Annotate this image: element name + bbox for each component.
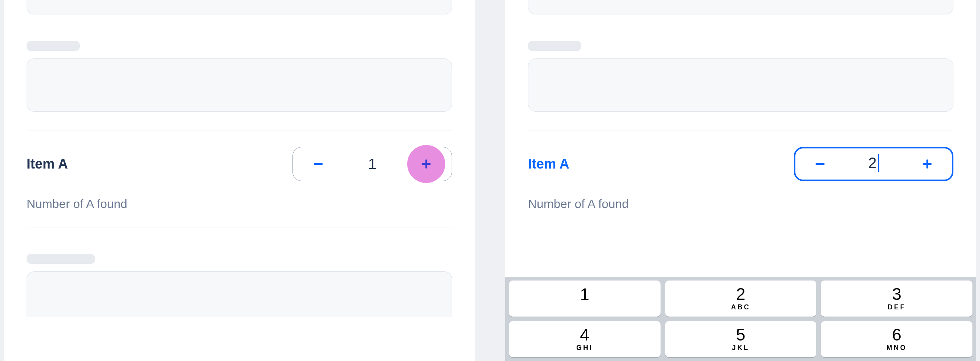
skeleton-textarea <box>27 59 452 112</box>
skeleton-input-top <box>528 0 953 14</box>
key-digit: 3 <box>892 286 901 302</box>
quantity-stepper[interactable]: 1 <box>293 147 452 181</box>
plus-icon <box>419 157 433 171</box>
increment-button[interactable] <box>413 151 439 177</box>
key-letters: GHI <box>576 344 593 352</box>
keypad-key-2[interactable]: 2 ABC <box>665 280 817 317</box>
skeleton-input-top <box>27 0 452 14</box>
svg-rect-3 <box>816 163 825 165</box>
key-digit: 1 <box>580 286 589 303</box>
item-subtext: Number of A found <box>27 197 452 211</box>
screen-left: Item A 1 <box>4 0 475 361</box>
key-digit: 4 <box>580 326 589 343</box>
item-label: Item A <box>27 156 68 172</box>
item-row: Item A 2 <box>528 131 953 181</box>
numeric-keypad: 1 2 ABC 3 DEF 4 GHI 5 JKL 6 MNO <box>505 277 976 361</box>
skeleton-textarea <box>27 271 452 317</box>
keypad-key-1[interactable]: 1 <box>509 280 660 317</box>
keypad-key-5[interactable]: 5 JKL <box>665 321 817 357</box>
minus-icon <box>813 157 827 171</box>
quantity-stepper[interactable]: 2 <box>794 147 953 181</box>
stepper-value-text: 2 <box>868 155 876 171</box>
stepper-value[interactable]: 2 <box>834 155 914 173</box>
key-letters: ABC <box>731 303 750 311</box>
key-letters: DEF <box>888 303 906 311</box>
decrement-button[interactable] <box>305 151 332 177</box>
key-letters: MNO <box>886 344 907 352</box>
key-digit: 5 <box>736 326 745 343</box>
key-digit: 2 <box>736 286 745 302</box>
keypad-key-6[interactable]: 6 MNO <box>821 321 972 357</box>
increment-button[interactable] <box>914 151 940 177</box>
plus-icon <box>920 157 934 171</box>
divider <box>27 227 452 227</box>
stepper-value[interactable]: 1 <box>332 156 413 173</box>
item-subtext: Number of A found <box>528 197 953 211</box>
item-row: Item A 1 <box>27 131 452 181</box>
svg-rect-5 <box>926 160 928 169</box>
skeleton-label <box>27 41 80 51</box>
keypad-key-3[interactable]: 3 DEF <box>821 280 972 317</box>
content-right: Item A 2 <box>505 0 976 211</box>
svg-rect-2 <box>425 160 427 169</box>
screen-right: Item A 2 <box>505 0 976 361</box>
key-letters: JKL <box>732 344 749 352</box>
decrement-button[interactable] <box>807 151 834 177</box>
svg-rect-0 <box>314 163 323 165</box>
skeleton-label <box>528 41 581 51</box>
minus-icon <box>312 157 325 171</box>
skeleton-label <box>27 254 95 264</box>
keypad-key-4[interactable]: 4 GHI <box>509 321 660 357</box>
item-label: Item A <box>528 156 570 172</box>
key-digit: 6 <box>892 326 901 343</box>
text-cursor <box>878 154 879 172</box>
content-left: Item A 1 <box>4 0 475 317</box>
skeleton-textarea <box>528 59 953 112</box>
